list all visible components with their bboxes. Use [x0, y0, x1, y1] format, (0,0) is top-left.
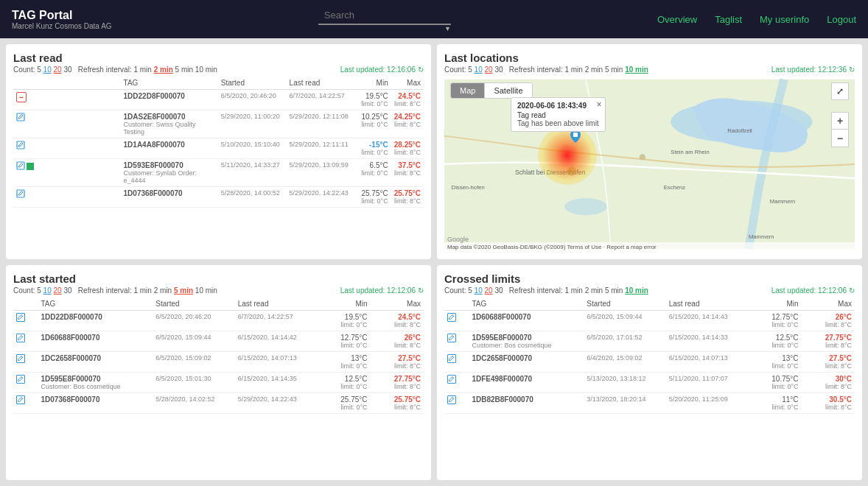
min-cell: 25.75°Climit: 0°C	[354, 187, 391, 208]
map-marker[interactable]	[570, 130, 581, 143]
cl-col-min: Min	[748, 297, 801, 311]
tag-last-read: 6/15/2020, 14:14:35	[235, 373, 317, 393]
edit-icon[interactable]	[447, 313, 456, 322]
tag-last-read: 6/15/2020, 14:14:43	[666, 311, 748, 331]
ls-col-lastread: Last read	[235, 297, 317, 311]
last-locations-panel: Last locations Count: 5 10 20 30 Refresh…	[437, 44, 862, 259]
table-row: 1D60688F0000706/5/2020, 15:09:446/15/202…	[13, 331, 424, 352]
last-locations-title: Last locations	[444, 52, 855, 64]
tag-min: 25.75°Climit: 0°C	[317, 393, 370, 414]
map-tab-map[interactable]: Map	[451, 83, 484, 98]
tag-min: 13°Climit: 0°C	[748, 352, 801, 373]
ls-col-started: Started	[153, 297, 234, 311]
table-row: 1DC2658F0000706/4/2020, 15:09:026/15/202…	[444, 352, 855, 373]
zoom-out-button[interactable]: −	[831, 130, 849, 147]
tag-max: 30°Climit: 8°C	[802, 373, 855, 393]
svg-point-8	[640, 155, 645, 161]
nav-overview[interactable]: Overview	[657, 14, 697, 25]
map-expand-button[interactable]: ⤢	[831, 82, 849, 100]
tag-min: 12.5°Climit: 0°C	[748, 331, 801, 352]
last-read-title: Last read	[13, 52, 424, 64]
edit-icon[interactable]	[16, 113, 25, 123]
edit-icon[interactable]	[16, 395, 25, 404]
ls-col-icon	[13, 297, 38, 311]
last-read-panel: Last read Count: 5 10 20 30 Refresh inte…	[6, 44, 431, 259]
table-row: 1DC2658F0000706/5/2020, 15:09:026/15/202…	[13, 352, 424, 373]
nav-logout[interactable]: Logout	[827, 14, 856, 25]
cl-col-icon	[444, 297, 469, 311]
locations-refresh-icon[interactable]: ↻	[849, 66, 855, 74]
app-subtitle: Marcel Kunz Cosmos Data AG	[12, 22, 112, 30]
min-cell: 6.5°Climit: 0°C	[354, 159, 391, 187]
table-row: 1D07368F0000705/28/2020, 14:02:525/29/20…	[13, 393, 424, 414]
svg-rect-3	[17, 190, 24, 197]
tag-last-read: 6/15/2020, 14:14:33	[666, 331, 748, 352]
edit-icon[interactable]	[16, 189, 25, 200]
zoom-in-button[interactable]: +	[831, 112, 849, 130]
last-read-table-wrap: TAG Started Last read Min Max −1DD22D8F0…	[13, 77, 424, 252]
map-tab-satellite[interactable]: Satellite	[484, 83, 531, 98]
tag-min: 12.5°Climit: 0°C	[317, 373, 370, 393]
heatmap-overlay	[538, 126, 597, 185]
search-container: ▼	[318, 7, 451, 32]
tag-id: 1DC2658F000070	[41, 354, 150, 362]
edit-icon[interactable]	[447, 354, 456, 363]
tag-started: 5/13/2020, 13:18:12	[584, 373, 665, 393]
crossed-limits-updated: Last updated: 12:12:06 ↻	[771, 286, 855, 295]
crossed-limits-refresh-icon[interactable]: ↻	[849, 286, 855, 295]
edit-icon[interactable]	[16, 354, 25, 363]
tag-sub: Customer: Swiss Quality Testing	[124, 121, 215, 135]
tag-max: 26°Climit: 8°C	[371, 331, 424, 352]
tag-started: 6/5/2020, 17:01:52	[584, 331, 665, 352]
crossed-limits-meta: Count: 5 10 20 30 Refresh interval: 1 mi…	[444, 286, 855, 295]
map-tooltip: × 2020-06-06 18:43:49 Tag read Tag has b…	[511, 97, 606, 132]
tag-last-read: 6/15/2020, 14:07:13	[235, 352, 317, 373]
tag-max: 27.75°Climit: 8°C	[371, 373, 424, 393]
cl-col-max: Max	[802, 297, 855, 311]
last-started-count: Count: 5 10 20 30 Refresh interval: 1 mi…	[13, 286, 217, 295]
tag-max: 30.5°Climit: 8°C	[802, 393, 855, 414]
tag-last-read: 5/11/2020, 11:07:07	[666, 373, 748, 393]
min-cell: 19.5°Climit: 0°C	[354, 90, 391, 110]
cl-col-started: Started	[584, 297, 665, 311]
started-cell: 5/29/2020, 11:00:20	[218, 110, 287, 138]
edit-icon[interactable]	[447, 334, 456, 342]
tag-last-read: 5/20/2020, 11:25:09	[666, 393, 748, 414]
search-input[interactable]	[318, 7, 451, 25]
edit-icon[interactable]	[16, 375, 25, 384]
svg-text:Dissen-hofen: Dissen-hofen	[452, 184, 485, 191]
started-cell: 5/28/2020, 14:00:52	[218, 187, 287, 208]
col-started-header: Started	[218, 77, 287, 90]
table-row: −1DD22D8F0000706/5/2020, 20:46:206/7/202…	[13, 90, 424, 110]
max-cell: 28.25°Climit: 8°C	[391, 138, 424, 159]
tag-max: 25.75°Climit: 8°C	[371, 393, 424, 414]
nav-userinfo[interactable]: My userinfo	[760, 14, 809, 25]
svg-rect-16	[573, 133, 578, 137]
refresh-icon[interactable]: ↻	[418, 66, 424, 74]
tag-min: 13°Climit: 0°C	[317, 352, 370, 373]
collapse-icon[interactable]: −	[16, 92, 27, 102]
max-cell: 24.25°Climit: 8°C	[391, 110, 424, 138]
tag-max: 26°Climit: 8°C	[802, 311, 855, 331]
last-started-refresh-icon[interactable]: ↻	[418, 286, 424, 295]
last-started-title: Last started	[13, 272, 424, 285]
tooltip-close-button[interactable]: ×	[597, 99, 602, 110]
cl-col-lastread: Last read	[666, 297, 748, 311]
edit-icon[interactable]	[447, 375, 456, 384]
crossed-limits-table: TAG Started Last read Min Max 1D60688F00…	[444, 297, 855, 414]
table-row: 1DD22D8F0000706/5/2020, 20:46:206/7/2020…	[13, 311, 424, 331]
edit-icon[interactable]	[16, 141, 25, 151]
tag-last-read: 5/29/2020, 14:22:43	[235, 393, 317, 414]
edit-icon[interactable]	[16, 161, 25, 172]
col-lastread-header: Last read	[287, 77, 355, 90]
tag-id: 1D595E8F000070	[41, 375, 150, 383]
app-title: TAG Portal	[12, 9, 112, 22]
nav-taglist[interactable]: Taglist	[715, 14, 742, 25]
tag-id: 1DD22D8F000070	[41, 313, 150, 321]
map-attribution: Map data ©2020 GeoBasis-DE/BKG (©2009) T…	[444, 242, 855, 252]
edit-icon[interactable]	[16, 313, 25, 322]
table-row: 1D595E8F000070Customer: Bos cosmetique6/…	[13, 373, 424, 393]
last-started-table: TAG Started Last read Min Max 1DD22D8F00…	[13, 297, 424, 414]
edit-icon[interactable]	[16, 334, 25, 342]
edit-icon[interactable]	[447, 395, 456, 404]
